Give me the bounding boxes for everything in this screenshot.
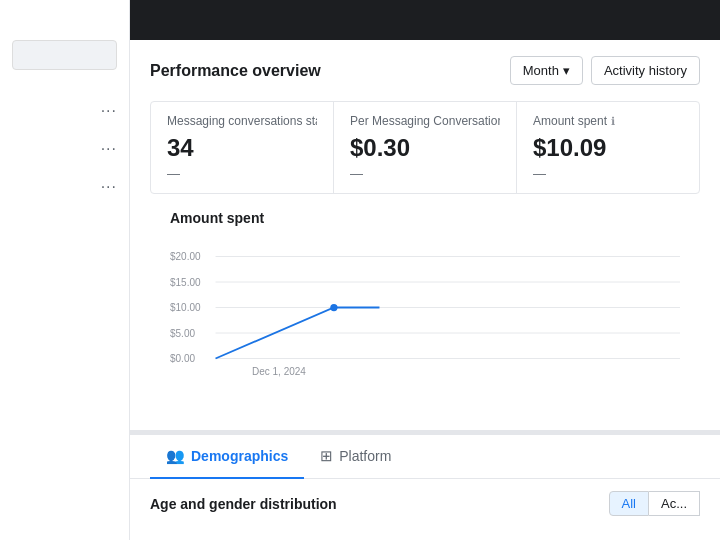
metric-label-amount-spent: Amount spent ℹ (533, 114, 683, 128)
performance-header: Performance overview Month ▾ Activity hi… (150, 56, 700, 85)
filter-all-button[interactable]: All (609, 491, 649, 516)
metric-value-per-conversation: $0.30 (350, 134, 500, 162)
metric-card-amount-spent: Amount spent ℹ $10.09 — (517, 102, 699, 193)
demo-tabs: 👥 Demographics ⊞ Platform (130, 435, 720, 479)
metric-label-conversations: Messaging conversations started ℹ (167, 114, 317, 128)
main-content: Performance overview Month ▾ Activity hi… (130, 0, 720, 540)
metric-card-conversations: Messaging conversations started ℹ 34 — (151, 102, 334, 193)
y-label-0: $0.00 (170, 353, 195, 364)
sidebar-search-box[interactable] (12, 40, 117, 70)
demographics-icon: 👥 (166, 447, 185, 465)
chevron-down-icon: ▾ (563, 63, 570, 78)
info-icon-3: ℹ (611, 115, 615, 128)
metric-value-conversations: 34 (167, 134, 317, 162)
demographics-header: Age and gender distribution All Ac... (150, 491, 700, 516)
x-label-date: Dec 1, 2024 (252, 366, 306, 377)
sidebar-item-3[interactable]: ··· (0, 170, 129, 204)
tab-demographics-label: Demographics (191, 448, 288, 464)
y-label-20: $20.00 (170, 251, 201, 262)
demographics-section-title: Age and gender distribution (150, 496, 337, 512)
demographics-filter-controls: All Ac... (609, 491, 700, 516)
y-label-15: $15.00 (170, 277, 201, 288)
performance-controls: Month ▾ Activity history (510, 56, 700, 85)
y-label-5: $5.00 (170, 328, 195, 339)
y-label-10: $10.00 (170, 302, 201, 313)
sidebar-item-2[interactable]: ··· (0, 132, 129, 166)
more-options-icon: ··· (101, 140, 117, 158)
tab-platform-label: Platform (339, 448, 391, 464)
amount-spent-chart-section: Amount spent $20.00 $15.00 $10.00 $5.00 … (150, 210, 700, 414)
more-options-icon: ··· (101, 178, 117, 196)
chart-title: Amount spent (170, 210, 680, 226)
metric-dash-conversations: — (167, 166, 317, 181)
data-point-dot (330, 304, 337, 311)
activity-history-button[interactable]: Activity history (591, 56, 700, 85)
platform-icon: ⊞ (320, 447, 333, 465)
metric-label-per-conversation: Per Messaging Conversation Started ℹ (350, 114, 500, 128)
performance-overview: Performance overview Month ▾ Activity hi… (130, 40, 720, 431)
sidebar-nav: ··· ··· ··· (0, 86, 129, 212)
month-button[interactable]: Month ▾ (510, 56, 583, 85)
demographics-content: Age and gender distribution All Ac... 7 (130, 479, 720, 540)
metric-value-amount-spent: $10.09 (533, 134, 683, 162)
sidebar-item-1[interactable]: ··· (0, 94, 129, 128)
sidebar: ··· ··· ··· (0, 0, 130, 540)
chart-area: $20.00 $15.00 $10.00 $5.00 $0.00 D (170, 238, 680, 398)
chart-svg: $20.00 $15.00 $10.00 $5.00 $0.00 D (170, 238, 680, 398)
metric-card-per-conversation: Per Messaging Conversation Started ℹ $0.… (334, 102, 517, 193)
metrics-row: Messaging conversations started ℹ 34 — P… (150, 101, 700, 194)
metric-dash-amount-spent: — (533, 166, 683, 181)
demographics-section: 👥 Demographics ⊞ Platform Age and gender… (130, 431, 720, 540)
metric-dash-per-conversation: — (350, 166, 500, 181)
tab-platform[interactable]: ⊞ Platform (304, 435, 407, 479)
tab-demographics[interactable]: 👥 Demographics (150, 435, 304, 479)
more-options-icon: ··· (101, 102, 117, 120)
filter-partial-button[interactable]: Ac... (649, 491, 700, 516)
bar-chart-preview: 7 (150, 528, 700, 540)
top-bar (130, 0, 720, 40)
performance-title: Performance overview (150, 62, 321, 80)
